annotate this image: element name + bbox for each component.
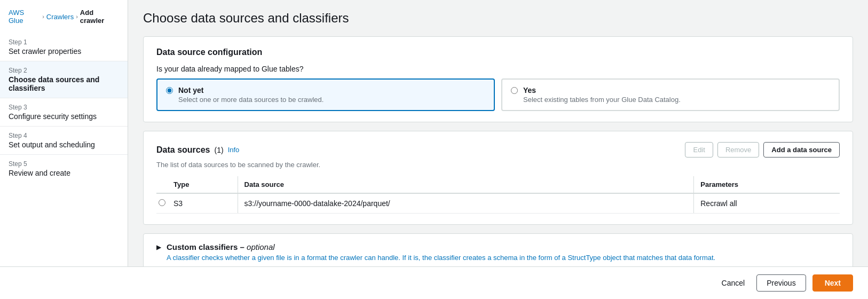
table-row[interactable]: S3 s3://yourname-0000-datalake-2024/parq… bbox=[156, 193, 840, 214]
step-label-4: Set output and scheduling bbox=[9, 140, 119, 149]
breadcrumb-sep-2: › bbox=[76, 13, 78, 20]
custom-classifiers-title: Custom classifiers – optional bbox=[167, 242, 715, 251]
col-parameters: Parameters bbox=[694, 176, 840, 193]
step-number-4: Step 4 bbox=[9, 132, 119, 139]
row-data-source-cell: s3://yourname-0000-datalake-2024/parquet… bbox=[238, 193, 694, 214]
radio-options: Not yet Select one or more data sources … bbox=[156, 78, 840, 111]
radio-not-yet[interactable]: Not yet Select one or more data sources … bbox=[156, 78, 495, 111]
sidebar-step-5[interactable]: Step 5 Review and create bbox=[0, 155, 128, 183]
sidebar-step-3[interactable]: Step 3 Configure security settings bbox=[0, 98, 128, 127]
data-source-question: Is your data already mapped to Glue tabl… bbox=[156, 65, 840, 73]
remove-button[interactable]: Remove bbox=[717, 142, 759, 158]
next-button[interactable]: Next bbox=[812, 274, 853, 292]
sidebar-step-4[interactable]: Step 4 Set output and scheduling bbox=[0, 127, 128, 155]
step-label-5: Review and create bbox=[9, 169, 119, 177]
radio-yes[interactable]: Yes Select existing tables from your Glu… bbox=[501, 78, 840, 111]
radio-yes-title: Yes bbox=[523, 86, 681, 95]
col-type: Type bbox=[173, 176, 238, 193]
breadcrumb: AWS Glue › Crawlers › Add crawler bbox=[0, 9, 128, 33]
data-sources-count: (1) bbox=[215, 146, 224, 154]
col-select bbox=[156, 176, 173, 193]
table-header-row: Type Data source Parameters bbox=[156, 176, 840, 193]
data-source-config-card: Data source configuration Is your data a… bbox=[143, 36, 853, 122]
data-sources-table: Type Data source Parameters S3 s3://your… bbox=[156, 176, 840, 214]
classifiers-title-text: Custom classifiers – bbox=[167, 242, 247, 251]
step-label-1: Set crawler properties bbox=[9, 47, 119, 56]
cancel-button[interactable]: Cancel bbox=[716, 276, 751, 290]
row-radio-0[interactable] bbox=[159, 199, 165, 206]
step-label-2: Choose data sources and classifiers bbox=[9, 75, 119, 92]
data-sources-header: Data sources (1) Info Edit Remove Add a … bbox=[156, 142, 840, 158]
data-sources-title: Data sources bbox=[156, 145, 210, 155]
radio-not-yet-title: Not yet bbox=[178, 86, 323, 95]
add-data-source-button[interactable]: Add a data source bbox=[763, 142, 840, 158]
data-sources-card: Data sources (1) Info Edit Remove Add a … bbox=[143, 131, 853, 225]
data-sources-buttons: Edit Remove Add a data source bbox=[685, 142, 840, 158]
step-label-3: Configure security settings bbox=[9, 112, 119, 121]
step-number-2: Step 2 bbox=[9, 67, 119, 74]
footer: Cancel Previous Next bbox=[0, 266, 868, 299]
data-sources-info-link[interactable]: Info bbox=[228, 146, 240, 154]
main-content: Choose data sources and classifiers Data… bbox=[128, 0, 868, 299]
custom-classifiers-header[interactable]: ▶ Custom classifiers – optional A classi… bbox=[156, 242, 840, 262]
radio-yes-input[interactable] bbox=[511, 87, 518, 94]
step-list: Step 1 Set crawler properties Step 2 Cho… bbox=[0, 33, 128, 183]
step-number-5: Step 5 bbox=[9, 160, 119, 168]
breadcrumb-crawlers[interactable]: Crawlers bbox=[46, 13, 74, 21]
col-data-source: Data source bbox=[238, 176, 694, 193]
sidebar: AWS Glue › Crawlers › Add crawler Step 1… bbox=[0, 0, 128, 299]
step-number-3: Step 3 bbox=[9, 104, 119, 111]
data-sources-desc: The list of data sources to be scanned b… bbox=[156, 161, 840, 169]
sidebar-step-1[interactable]: Step 1 Set crawler properties bbox=[0, 33, 128, 61]
previous-button[interactable]: Previous bbox=[756, 274, 806, 292]
sidebar-step-2[interactable]: Step 2 Choose data sources and classifie… bbox=[0, 61, 128, 98]
breadcrumb-current: Add crawler bbox=[80, 9, 119, 25]
custom-classifiers-desc: A classifier checks whether a given file… bbox=[167, 254, 715, 262]
breadcrumb-sep-1: › bbox=[42, 13, 44, 20]
breadcrumb-aws-glue[interactable]: AWS Glue bbox=[9, 9, 40, 25]
custom-classifiers-section: ▶ Custom classifiers – optional A classi… bbox=[143, 233, 853, 271]
page-title: Choose data sources and classifiers bbox=[143, 11, 853, 26]
row-radio-cell[interactable] bbox=[156, 193, 173, 214]
row-type-cell: S3 bbox=[173, 193, 238, 214]
radio-not-yet-desc: Select one or more data sources to be cr… bbox=[178, 96, 323, 104]
radio-yes-desc: Select existing tables from your Glue Da… bbox=[523, 96, 681, 104]
step-number-1: Step 1 bbox=[9, 38, 119, 46]
row-parameters-cell: Recrawl all bbox=[694, 193, 840, 214]
edit-button[interactable]: Edit bbox=[685, 142, 713, 158]
classifiers-title-italic: optional bbox=[247, 242, 275, 251]
collapsible-arrow-icon: ▶ bbox=[156, 243, 161, 251]
radio-not-yet-input[interactable] bbox=[166, 87, 173, 94]
data-source-config-title: Data source configuration bbox=[156, 48, 840, 57]
